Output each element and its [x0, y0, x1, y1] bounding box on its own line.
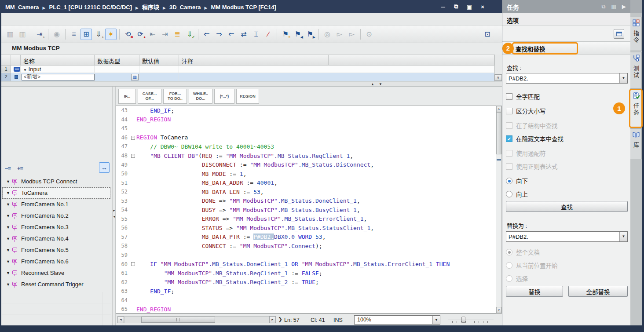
- zoom-select[interactable]: 100% ▼: [354, 315, 440, 325]
- next-bookmark-icon[interactable]: ⚑▶: [304, 29, 316, 40]
- replace-button[interactable]: 替换: [506, 286, 563, 297]
- download-icon[interactable]: ⇥: [159, 29, 171, 40]
- scroll-right-button[interactable]: ►: [269, 316, 276, 323]
- expander-icon[interactable]: ❯: [278, 316, 282, 322]
- splitter-handle-icon[interactable]: ►: [113, 209, 116, 212]
- delete-line-icon[interactable]: ∕: [263, 29, 274, 40]
- maximize-button[interactable]: ▣: [466, 4, 473, 10]
- sidebar-tab-1[interactable]: 指令: [630, 17, 642, 51]
- radio-button-selected[interactable]: [506, 178, 512, 184]
- tree-item[interactable]: ▼ToCamera: [2, 187, 110, 199]
- tree-item[interactable]: ▼FromCamera No.5: [2, 244, 110, 256]
- splitter-down-icon[interactable]: ▼: [379, 82, 382, 87]
- splitter-handle-icon[interactable]: ◄: [113, 215, 116, 218]
- replace-input[interactable]: P#DB2. ▼: [506, 231, 628, 242]
- editor-scrollbar[interactable]: ∧ ∨: [496, 106, 502, 314]
- close-button[interactable]: ×: [479, 4, 486, 10]
- find-input[interactable]: P#DB2. ▼: [506, 73, 628, 84]
- expand-arrow-icon[interactable]: ▼: [23, 68, 27, 72]
- checkbox[interactable]: [506, 93, 512, 100]
- absolute-operands-icon[interactable]: ≡: [68, 29, 80, 40]
- snippet-button[interactable]: CASE... OF...: [138, 89, 161, 104]
- insert-line-icon[interactable]: ⌶: [250, 29, 262, 40]
- expand-arrow-icon[interactable]: ▼: [3, 259, 11, 264]
- symbolic-view-icon[interactable]: ⊞: [80, 29, 92, 40]
- search-direction-radio-row[interactable]: 向上: [506, 190, 528, 198]
- fold-toggle[interactable]: −: [131, 262, 135, 266]
- find-button[interactable]: 查找: [506, 201, 628, 212]
- tree-item[interactable]: ▼Reconnect Slave: [2, 267, 110, 279]
- open-all-networks-icon[interactable]: +≡: [17, 165, 23, 171]
- minimize-button[interactable]: ─: [439, 4, 446, 10]
- code-editor[interactable]: 43 END_IF;44END_REGION4546−REGION ToCame…: [116, 106, 496, 314]
- editor-layout-icon[interactable]: ⊡: [482, 29, 493, 40]
- expand-statements-icon[interactable]: ⇓±: [93, 29, 104, 40]
- expand-arrow-icon[interactable]: ▼: [3, 225, 11, 230]
- expand-arrow-icon[interactable]: ▼: [3, 179, 11, 184]
- replace-value[interactable]: P#DB2.: [506, 232, 619, 241]
- expand-arrow-icon[interactable]: ▼: [3, 191, 11, 195]
- snippet-button[interactable]: WHILE.. DO...: [189, 89, 212, 104]
- replace-all-button[interactable]: 全部替换: [568, 286, 628, 297]
- tree-item[interactable]: ▼Reset Command Trigger: [2, 279, 110, 290]
- expand-arrow-icon[interactable]: ▼: [3, 271, 11, 275]
- go-online-icon[interactable]: ⟳●: [135, 29, 146, 40]
- checkbox[interactable]: [506, 108, 512, 114]
- find-option-checkbox-row[interactable]: 区分大小写: [506, 107, 546, 115]
- find-value[interactable]: P#DB2.: [506, 73, 619, 83]
- dropdown-arrow-icon[interactable]: ▼: [619, 232, 627, 241]
- breadcrumb-segment[interactable]: MM_Camera: [5, 4, 39, 11]
- compile-icon[interactable]: ⇓✔: [184, 29, 195, 40]
- set-bookmark-icon[interactable]: ⚑✶: [280, 29, 291, 40]
- zoom-slider-thumb[interactable]: [461, 317, 465, 323]
- tree-item[interactable]: ▼FromCamera No.6: [2, 256, 110, 267]
- checkbox-checked[interactable]: ✔: [506, 135, 512, 142]
- collapse-panel-icon[interactable]: ▶: [622, 4, 626, 10]
- open-all-blocks-icon[interactable]: ⇥±: [34, 29, 45, 40]
- interface-row-input[interactable]: ▼ Input: [21, 66, 95, 73]
- expand-arrow-icon[interactable]: ▼: [3, 282, 11, 287]
- dropdown-arrow-icon[interactable]: ▼: [619, 73, 627, 83]
- tree-item[interactable]: ▼FromCamera No.3: [2, 222, 110, 233]
- expand-arrow-icon[interactable]: ▼: [3, 237, 11, 241]
- scroll-left-button[interactable]: ◄: [117, 316, 124, 323]
- call-structure-icon[interactable]: ≣: [172, 29, 183, 40]
- scroll-down-button[interactable]: ∨: [496, 307, 501, 313]
- horizontal-scrollbar[interactable]: [124, 316, 269, 323]
- expand-arrow-icon[interactable]: ▼: [3, 248, 11, 252]
- indent-icon[interactable]: ⇒: [213, 29, 225, 40]
- expand-arrow-icon[interactable]: ▼: [3, 202, 11, 207]
- sidebar-tab-4[interactable]: 库: [630, 128, 642, 159]
- restore-button[interactable]: ⧉: [453, 3, 460, 10]
- tree-item[interactable]: ▼Modbus TCP Connect: [2, 176, 110, 187]
- float-panel-icon[interactable]: ⧉: [602, 4, 606, 10]
- add-new-variable-input[interactable]: <新增>: [22, 74, 95, 80]
- upload-icon[interactable]: ⇤: [147, 29, 158, 40]
- fold-toggle[interactable]: −: [131, 154, 135, 158]
- breadcrumb-segment[interactable]: 3D_Camera: [169, 4, 201, 11]
- find-option-checkbox-row[interactable]: ✔在隐藏文本中查找: [506, 135, 564, 142]
- datatype-picker-button[interactable]: ▦: [131, 74, 139, 80]
- scrollbar-thumb[interactable]: [141, 317, 215, 323]
- tree-item[interactable]: ▼FromCamera No.2: [2, 210, 110, 222]
- splitter-up-icon[interactable]: ▲: [371, 82, 374, 87]
- sidebar-tab-2[interactable]: 测试: [630, 52, 642, 89]
- previous-network-icon[interactable]: ⇐: [201, 29, 212, 40]
- table-scroll-down-button[interactable]: ∨: [494, 74, 502, 81]
- find-option-checkbox-row[interactable]: 全字匹配: [506, 92, 540, 100]
- breadcrumb-segment[interactable]: PLC_1 [CPU 1211C DC/DC/DC]: [49, 4, 132, 11]
- close-all-networks-icon[interactable]: −≡: [5, 165, 11, 171]
- window-layout-button[interactable]: [614, 29, 624, 39]
- outdent-icon[interactable]: ⇐: [226, 29, 237, 40]
- radio-button[interactable]: [506, 191, 512, 197]
- horizontal-splitter[interactable]: ▲ ▼: [1, 81, 502, 87]
- previous-bookmark-icon[interactable]: ⚑◀: [292, 29, 304, 40]
- split-editor-button[interactable]: ↔: [99, 162, 110, 173]
- fold-toggle[interactable]: −: [131, 136, 135, 140]
- tree-item[interactable]: ▼FromCamera No.4: [2, 233, 110, 244]
- scroll-up-button[interactable]: ∧: [496, 106, 501, 112]
- snippet-button[interactable]: (*...*): [214, 89, 234, 104]
- discard-changes-icon[interactable]: ⟲✖: [122, 29, 134, 40]
- vertical-splitter[interactable]: ► ◄: [112, 87, 116, 325]
- search-direction-radio-row[interactable]: 向下: [506, 177, 528, 185]
